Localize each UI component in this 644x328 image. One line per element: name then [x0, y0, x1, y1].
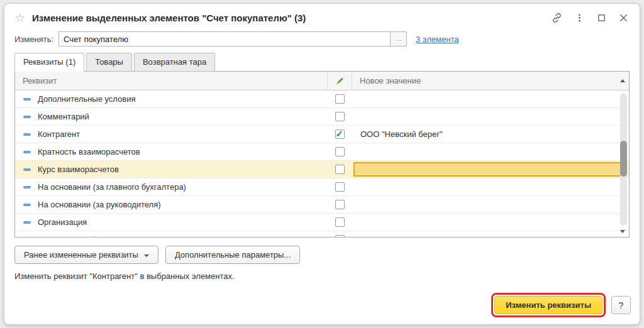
- table-row[interactable]: Ответственный: [15, 231, 629, 238]
- annotation-highlight: Изменить реквизиты: [491, 293, 606, 317]
- row-checkbox[interactable]: [335, 94, 345, 104]
- scroll-up-icon[interactable]: [620, 79, 625, 82]
- choose-type-button[interactable]: ...: [390, 31, 407, 46]
- close-icon[interactable]: [619, 13, 628, 23]
- attribute-name: На основании (за главного бухгалтера): [38, 182, 186, 192]
- attribute-name: Контрагент: [38, 129, 80, 139]
- favorite-star-icon[interactable]: ☆: [14, 12, 25, 24]
- table-row[interactable]: Кратность взаиморасчетов: [15, 143, 629, 161]
- previously-changed-button[interactable]: Ранее измененные реквизиты: [14, 246, 158, 264]
- additional-params-button[interactable]: Дополнительные параметры...: [165, 246, 300, 264]
- attribute-name: На основании (за руководителя): [38, 200, 161, 209]
- get-link-icon[interactable]: [552, 13, 562, 23]
- new-value-cell[interactable]: [352, 178, 629, 195]
- attribute-marker-icon: [23, 204, 31, 206]
- table-row[interactable]: Дополнительные условия: [15, 90, 629, 108]
- attribute-name: Комментарий: [38, 112, 89, 121]
- attribute-name: Организация: [38, 217, 87, 227]
- row-checkbox[interactable]: [335, 182, 345, 192]
- row-checkbox[interactable]: [335, 200, 345, 209]
- title-bar: ☆ Изменение выделенных элементов "Счет п…: [4, 4, 640, 28]
- pencil-icon: [335, 76, 345, 86]
- window-title: Изменение выделенных элементов "Счет пок…: [32, 13, 552, 23]
- row-checkbox[interactable]: [335, 217, 345, 227]
- help-button[interactable]: ?: [611, 296, 631, 314]
- modify-type-input[interactable]: [58, 31, 391, 46]
- column-new-value: Новое значение: [352, 76, 629, 85]
- tab-bar: Реквизиты (1) Товары Возвратная тара: [4, 53, 640, 72]
- scrollbar[interactable]: [620, 93, 627, 226]
- more-menu-icon[interactable]: [575, 13, 584, 23]
- column-attribute: Реквизит: [15, 76, 327, 85]
- new-value-cell[interactable]: [352, 108, 629, 125]
- row-checkbox[interactable]: [335, 147, 345, 156]
- table-row[interactable]: На основании (за руководителя): [15, 196, 629, 214]
- modify-row: Изменять: ... 3 элемента: [4, 28, 640, 53]
- scrollbar-thumb[interactable]: [620, 141, 627, 177]
- table-row[interactable]: Курс взаиморасчетов: [15, 161, 629, 178]
- new-value-cell[interactable]: [352, 161, 629, 178]
- attribute-marker-icon: [23, 98, 31, 101]
- table-row[interactable]: Комментарий: [15, 108, 629, 126]
- scroll-down-icon[interactable]: [620, 230, 625, 233]
- column-marker: [327, 72, 352, 90]
- new-value-cell[interactable]: [352, 143, 629, 160]
- attributes-table: Реквизит Новое значение Дополнительные у…: [14, 71, 630, 238]
- attribute-marker-icon: [23, 186, 31, 189]
- attribute-marker-icon: [23, 116, 31, 118]
- table-row[interactable]: Контрагент ООО "Невский берег": [15, 126, 629, 143]
- new-value-cell[interactable]: [352, 231, 629, 238]
- row-checkbox[interactable]: [335, 129, 345, 139]
- dropdown-arrow-icon: [144, 254, 149, 257]
- row-checkbox[interactable]: [335, 165, 345, 174]
- row-checkbox[interactable]: [335, 235, 345, 238]
- maximize-icon[interactable]: [597, 13, 606, 23]
- new-value-cell[interactable]: ООО "Невский берег": [352, 126, 629, 143]
- dialog-window: ☆ Изменение выделенных элементов "Счет п…: [4, 3, 640, 325]
- table-row[interactable]: Организация: [15, 214, 629, 231]
- table-row[interactable]: На основании (за главного бухгалтера): [15, 178, 629, 196]
- table-header: Реквизит Новое значение: [15, 72, 629, 90]
- attribute-marker-icon: [23, 221, 31, 224]
- elements-link[interactable]: 3 элемента: [416, 35, 458, 44]
- modify-label: Изменять:: [14, 35, 53, 44]
- tab-rekvizity[interactable]: Реквизиты (1): [14, 53, 84, 72]
- change-attributes-button[interactable]: Изменить реквизиты: [494, 296, 602, 314]
- new-value-cell[interactable]: [352, 90, 629, 107]
- attribute-name: Дополнительные условия: [38, 94, 136, 104]
- tab-vozvratnaya-tara[interactable]: Возвратная тара: [134, 53, 215, 72]
- new-value-cell[interactable]: [352, 196, 629, 213]
- actions-row: Ранее измененные реквизиты Дополнительны…: [14, 246, 630, 264]
- footer: Изменить реквизиты ?: [491, 293, 631, 317]
- attribute-name: Ответственный: [38, 235, 96, 238]
- new-value-cell[interactable]: [352, 214, 629, 231]
- tab-tovary[interactable]: Товары: [86, 53, 132, 72]
- status-text: Изменить реквизит "Контрагент" в выбранн…: [14, 271, 630, 281]
- table-body: Дополнительные условия Комментарий Контр…: [15, 90, 629, 238]
- attribute-name: Кратность взаиморасчетов: [38, 147, 140, 156]
- row-checkbox[interactable]: [335, 112, 345, 121]
- attribute-marker-icon: [23, 151, 31, 153]
- attribute-marker-icon: [23, 168, 31, 171]
- new-value-input[interactable]: [353, 162, 626, 177]
- new-value-text: ООО "Невский берег": [360, 129, 443, 139]
- attribute-name: Курс взаиморасчетов: [38, 165, 119, 174]
- attribute-marker-icon: [23, 133, 31, 136]
